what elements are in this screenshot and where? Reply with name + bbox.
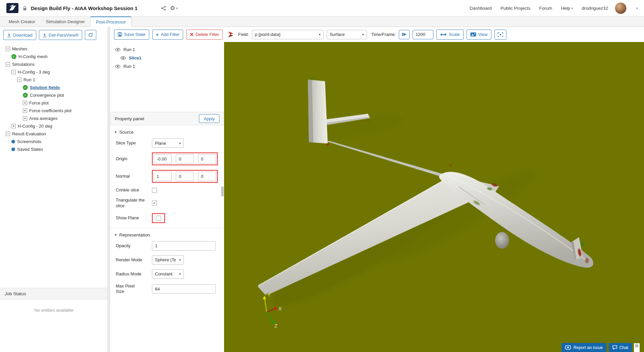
tab-mesh-creator[interactable]: Mesh Creator (3, 16, 41, 27)
tree-item-label[interactable]: Simulations (12, 62, 35, 67)
origin-x-input[interactable] (154, 154, 172, 164)
panel-scrollbar-thumb[interactable] (221, 186, 224, 196)
delete-filter-button[interactable]: Delete Filter (186, 30, 223, 40)
tab-simulation-designer[interactable]: Simulation Designer (41, 16, 90, 27)
tree-item: Screenshots (0, 138, 108, 145)
job-status-empty-text: No entities available (0, 300, 108, 313)
viewport-3d[interactable]: Y X Z Report an issue (224, 42, 644, 352)
app-logo-icon[interactable] (6, 3, 19, 13)
tree-item-label[interactable]: Force coefficients plot (29, 108, 71, 113)
render-mode-row: Render Mode Sphere (Te ▾ (116, 255, 219, 265)
expand-icon[interactable]: + (11, 124, 16, 128)
nav-help[interactable]: Help▾ (561, 6, 573, 11)
report-issue-button[interactable]: Report an issue (561, 343, 606, 352)
sidebar-resize-handle[interactable] (108, 27, 110, 352)
tree-item-label[interactable]: Convergence plot (30, 93, 64, 98)
nav-forum[interactable]: Forum (539, 6, 552, 11)
normal-z-input[interactable] (198, 172, 216, 181)
pipeline-item[interactable]: Run 1 (110, 45, 224, 54)
origin-y-input[interactable] (176, 154, 194, 164)
show-plane-checkbox[interactable] (156, 216, 161, 221)
check-icon: ✓ (23, 85, 28, 90)
tree-item-label[interactable]: Screenshots (17, 139, 41, 144)
normal-row: Normal (116, 170, 219, 183)
nav-public-projects[interactable]: Public Projects (500, 6, 530, 11)
slice-type-select[interactable]: Plane ▾ (152, 138, 184, 148)
get-paraview-button[interactable]: Get ParaView® (39, 30, 83, 40)
crinkle-slice-checkbox[interactable] (152, 188, 157, 193)
collapse-icon[interactable]: − (6, 47, 10, 51)
tree-item-label[interactable]: H-Config - 20 deg (18, 124, 52, 129)
collapse-icon[interactable]: − (11, 70, 16, 74)
tree-item-label[interactable]: Solution fields (30, 85, 60, 90)
pipeline-item[interactable]: Run 1 (110, 62, 224, 71)
scrollbar-corner[interactable] (634, 343, 640, 352)
tree-item-label[interactable]: H-Config - 3 deg (18, 70, 50, 75)
share-icon[interactable] (161, 6, 166, 11)
pipeline-item-label[interactable]: Run 1 (123, 64, 135, 69)
expand-icon[interactable]: + (23, 116, 27, 121)
user-avatar[interactable] (615, 2, 627, 14)
pipeline-item-label[interactable]: Slice1 (129, 55, 142, 60)
source-section-header[interactable]: ▾ Source (110, 125, 224, 138)
user-menu-caret-icon[interactable]: ▾ (636, 6, 638, 10)
render-mode-label: Render Mode (116, 257, 152, 263)
tree-item: +Force coefficients plot (0, 107, 108, 115)
apply-button[interactable]: Apply (199, 114, 219, 123)
collapse-icon[interactable]: − (6, 132, 10, 136)
tree-item-label[interactable]: Area averages (29, 116, 58, 121)
visibility-eye-icon[interactable] (120, 56, 126, 60)
scrollbar-corner-thumb[interactable] (635, 344, 638, 347)
add-filter-label: Add Filter (161, 32, 179, 37)
pipeline-item-selected[interactable]: Slice1 (110, 54, 224, 62)
view-button[interactable]: View (467, 30, 491, 40)
radius-mode-select[interactable]: Constant ▾ (152, 269, 184, 279)
download-button[interactable]: Download (3, 30, 36, 40)
collapse-icon[interactable]: − (17, 78, 21, 82)
collapse-icon[interactable]: − (6, 62, 10, 67)
settings-gear-icon[interactable]: ⚙ ▾ (170, 5, 178, 12)
nav-username[interactable]: drodriguez32 (582, 6, 608, 11)
app-root: Design Build Fly - AIAA Workshop Session… (0, 0, 644, 352)
show-plane-row: Show Plane (116, 213, 219, 223)
field-select[interactable]: p [point-data] ▾ (252, 30, 324, 39)
tree-item-label[interactable]: Saved States (17, 147, 43, 152)
expand-icon[interactable]: + (23, 101, 27, 105)
save-state-button[interactable]: Save State (114, 30, 149, 40)
play-button[interactable] (399, 30, 410, 39)
capture-button[interactable] (494, 30, 506, 40)
tree-item-label[interactable]: Run 1 (23, 77, 35, 82)
origin-z-input[interactable] (198, 154, 216, 164)
representation-section-header[interactable]: ▾ Representation (110, 228, 224, 241)
tab-post-processor[interactable]: Post-Processor (90, 16, 131, 27)
radius-mode-label: Radius Mode (116, 271, 152, 277)
refresh-button[interactable] (85, 30, 96, 40)
time-frame-input[interactable] (413, 30, 433, 39)
tree-item-label[interactable]: H-Config mesh (18, 54, 48, 59)
triangulate-checkbox[interactable]: ✓ (152, 201, 157, 206)
tree-item-label[interactable]: Force plot (29, 100, 49, 105)
representation-select[interactable]: Surface ▾ (327, 30, 367, 39)
sidebar-toolbar: Download Get ParaView® (0, 27, 108, 43)
visibility-eye-icon[interactable] (115, 64, 121, 69)
opacity-input[interactable] (152, 241, 216, 251)
chat-button[interactable]: Chat (609, 343, 632, 352)
normal-x-input[interactable] (154, 172, 172, 181)
max-pixel-input[interactable] (152, 284, 216, 294)
download-icon (7, 33, 11, 37)
refresh-icon (88, 33, 93, 37)
render-scene: Y X Z (224, 42, 644, 352)
expand-icon[interactable]: + (23, 108, 27, 113)
nav-dashboard[interactable]: Dashboard (470, 6, 492, 11)
normal-y-input[interactable] (176, 172, 194, 181)
add-filter-button[interactable]: + Add Filter (152, 30, 183, 40)
tree-item-label[interactable]: Meshes (12, 46, 28, 51)
visibility-eye-icon[interactable] (115, 48, 121, 52)
render-mode-select[interactable]: Sphere (Te ▾ (152, 255, 184, 265)
time-frame-label: Time/Frame: (371, 32, 396, 37)
crinkle-slice-label: Crinkle slice (116, 187, 152, 193)
scale-button[interactable]: Scale (436, 30, 464, 40)
pipeline-item-label[interactable]: Run 1 (123, 47, 135, 52)
tree-item-label[interactable]: Result Evaluation (12, 131, 46, 136)
nav-help-label: Help (561, 6, 570, 11)
